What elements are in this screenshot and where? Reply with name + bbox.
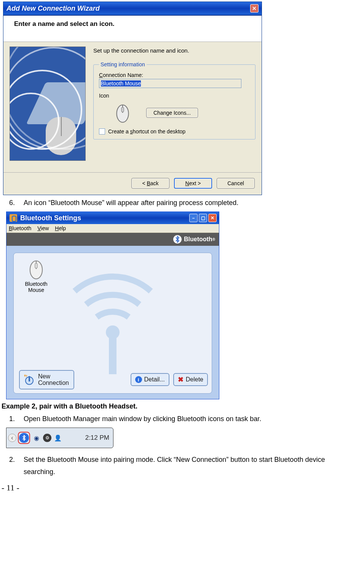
step-text: An icon “Bluetooth Mouse” will appear af…	[24, 199, 238, 207]
step-number: 6.	[9, 199, 17, 207]
wizard-header-text: Enter a name and select an icon.	[14, 20, 115, 27]
close-icon[interactable]: ✕	[208, 214, 217, 222]
wizard-illustration	[10, 46, 86, 161]
wizard-titlebar[interactable]: Add New Connection Wizard ✕	[3, 2, 262, 16]
wizard-title: Add New Connection Wizard	[6, 5, 100, 13]
wizard-footer: < Back Next > Cancel	[3, 173, 262, 195]
devices-panel: Bluetooth Mouse New Connection i	[13, 253, 212, 394]
step-text: Set the Bluetooth Mouse into pairing mod…	[24, 453, 350, 478]
shortcut-label: Create a shortcut on the desktop	[108, 128, 185, 135]
bt-title: Bluetooth Settings	[20, 214, 81, 222]
menu-bar: Bluetooth View Help	[6, 224, 219, 233]
new-connection-label: New Connection	[38, 373, 69, 386]
delete-icon: ✖	[178, 375, 184, 384]
svg-rect-9	[29, 376, 30, 381]
bluetooth-tray-icon[interactable]	[19, 433, 29, 443]
svg-rect-7	[35, 263, 37, 268]
device-item[interactable]: Bluetooth Mouse	[19, 258, 53, 293]
svg-rect-2	[121, 107, 124, 112]
example-2-heading: Example 2, pair with a Bluetooth Headset…	[2, 402, 362, 410]
connection-name-label: Connection Name:	[99, 72, 251, 78]
svg-marker-10	[24, 375, 27, 378]
wizard-header: Enter a name and select an icon.	[3, 16, 262, 42]
step-number: 2.	[9, 453, 17, 478]
menu-help[interactable]: Help	[55, 225, 66, 231]
detail-button[interactable]: i Detail...	[131, 373, 169, 386]
taskbar-tray: ‹ ◉ ⚙ 👤 2:12 PM	[6, 428, 113, 448]
menu-bluetooth[interactable]: Bluetooth	[9, 225, 31, 231]
bt-app-icon	[10, 214, 17, 222]
brand-text: Bluetooth	[184, 236, 212, 243]
info-icon: i	[135, 376, 142, 383]
setting-legend: Setting information	[99, 61, 147, 67]
delete-button[interactable]: ✖ Delete	[173, 373, 208, 386]
step-number: 1.	[9, 415, 17, 423]
tray-expand-icon[interactable]: ‹	[8, 434, 16, 442]
next-button[interactable]: Next >	[174, 178, 212, 189]
mouse-icon	[27, 258, 46, 280]
setting-information-group: Setting information Connection Name: Blu…	[93, 61, 255, 139]
delete-label: Delete	[186, 376, 203, 383]
step-text: Open Bluetooth Manager main window by cl…	[24, 415, 261, 423]
icon-label: Icon	[99, 93, 251, 99]
mouse-icon	[114, 103, 131, 123]
close-icon[interactable]: ✕	[250, 4, 259, 13]
user-tray-icon[interactable]: 👤	[53, 433, 63, 443]
bluetooth-settings-window: Bluetooth Settings – ▢ ✕ Bluetooth View …	[6, 211, 219, 399]
bluetooth-brand-bar: Bluetooth®	[6, 233, 219, 246]
new-connection-icon	[23, 373, 36, 386]
connection-name-input[interactable]: Bluetooth Mouse	[99, 79, 241, 88]
cancel-button[interactable]: Cancel	[217, 178, 255, 189]
wizard-hint: Set up the connection name and icon.	[93, 46, 255, 60]
bluetooth-tray-highlight	[18, 432, 30, 444]
bluetooth-logo-icon	[173, 235, 182, 244]
menu-view[interactable]: View	[37, 225, 49, 231]
device-label: Bluetooth Mouse	[19, 281, 53, 293]
step-1: 1. Open Bluetooth Manager main window by…	[9, 415, 350, 423]
step-2: 2. Set the Bluetooth Mouse into pairing …	[9, 453, 350, 478]
bt-titlebar[interactable]: Bluetooth Settings – ▢ ✕	[6, 212, 219, 224]
connection-name-value: Bluetooth Mouse	[101, 80, 141, 87]
back-button[interactable]: < Back	[131, 178, 169, 189]
minimize-icon[interactable]: –	[189, 214, 198, 222]
svg-rect-4	[109, 332, 117, 374]
step-6: 6. An icon “Bluetooth Mouse” will appear…	[9, 199, 350, 207]
shortcut-checkbox[interactable]	[99, 128, 105, 135]
page-number: - 11 -	[2, 483, 362, 493]
maximize-icon[interactable]: ▢	[199, 214, 207, 222]
change-icons-button[interactable]: Change Icons...	[146, 108, 198, 118]
add-connection-wizard-window: Add New Connection Wizard ✕ Enter a name…	[3, 2, 262, 195]
detail-label: Detail...	[144, 376, 165, 383]
antenna-icon	[52, 268, 174, 375]
tray-clock: 2:12 PM	[85, 434, 109, 442]
globe-tray-icon[interactable]: ◉	[32, 433, 42, 443]
shield-tray-icon[interactable]: ⚙	[43, 434, 51, 442]
